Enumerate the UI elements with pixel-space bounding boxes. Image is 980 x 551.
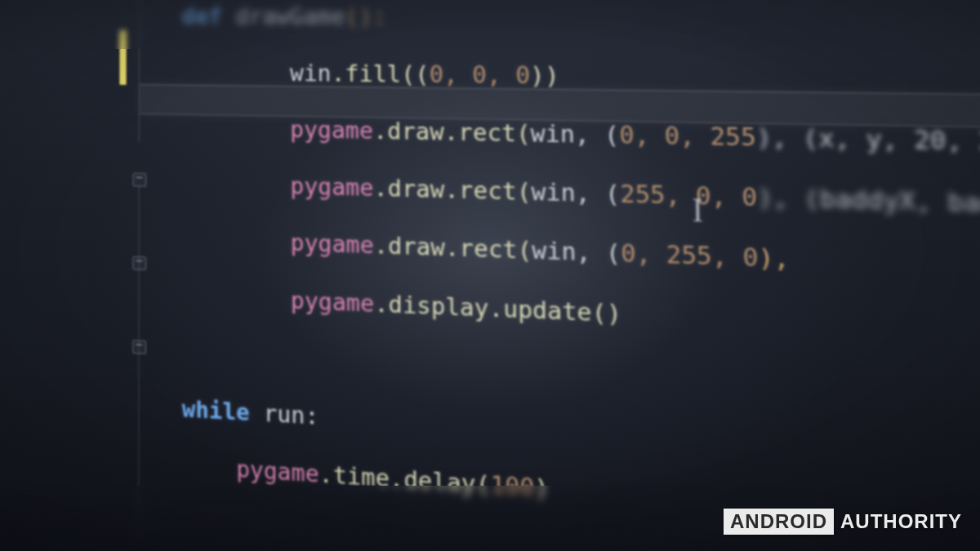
- code-line: pygame.draw.rect(win, (255, 0, 0), (badd…: [182, 170, 980, 225]
- watermark: ANDROID AUTHORITY: [724, 509, 962, 535]
- code-line: win.fill((0, 0, 0)): [182, 58, 980, 98]
- fold-guide: [138, 185, 140, 542]
- editor-viewport: def drawGame(): win.fill((0, 0, 0)) pyga…: [0, 0, 980, 551]
- text-cursor-icon: I: [692, 188, 703, 233]
- code-line: def drawGame():: [182, 2, 980, 34]
- watermark-boxed: ANDROID: [724, 509, 834, 535]
- change-marker: [119, 30, 126, 85]
- code-line: pygame.draw.rect(win, (0, 255, 0),: [182, 226, 980, 290]
- fold-guide: [139, 0, 140, 142]
- watermark-plain: AUTHORITY: [840, 510, 962, 533]
- editor-gutter: [114, 0, 161, 226]
- code-block[interactable]: def drawGame(): win.fill((0, 0, 0)) pyga…: [182, 0, 980, 551]
- code-line: pygame.draw.rect(win, (0, 0, 255), (x, y…: [182, 114, 980, 162]
- fold-toggle-icon[interactable]: [133, 173, 147, 187]
- code-surface: def drawGame(): win.fill((0, 0, 0)) pyga…: [31, 0, 980, 353]
- code-line: pygame.display.update(): [182, 282, 980, 354]
